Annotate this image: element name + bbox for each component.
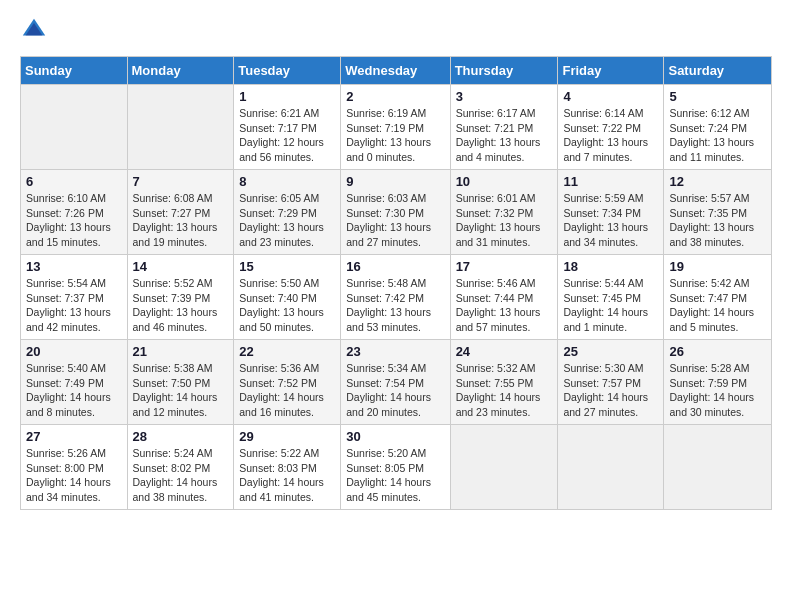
logo-icon xyxy=(20,16,48,44)
calendar-cell: 22Sunrise: 5:36 AMSunset: 7:52 PMDayligh… xyxy=(234,340,341,425)
day-info: Sunrise: 5:36 AMSunset: 7:52 PMDaylight:… xyxy=(239,361,335,420)
calendar-cell: 21Sunrise: 5:38 AMSunset: 7:50 PMDayligh… xyxy=(127,340,234,425)
calendar-cell: 10Sunrise: 6:01 AMSunset: 7:32 PMDayligh… xyxy=(450,170,558,255)
day-info: Sunrise: 5:30 AMSunset: 7:57 PMDaylight:… xyxy=(563,361,658,420)
calendar-cell: 12Sunrise: 5:57 AMSunset: 7:35 PMDayligh… xyxy=(664,170,772,255)
day-info: Sunrise: 6:05 AMSunset: 7:29 PMDaylight:… xyxy=(239,191,335,250)
day-number: 5 xyxy=(669,89,766,104)
day-info: Sunrise: 6:12 AMSunset: 7:24 PMDaylight:… xyxy=(669,106,766,165)
day-number: 16 xyxy=(346,259,444,274)
day-info: Sunrise: 5:48 AMSunset: 7:42 PMDaylight:… xyxy=(346,276,444,335)
calendar-cell: 8Sunrise: 6:05 AMSunset: 7:29 PMDaylight… xyxy=(234,170,341,255)
day-of-week-header: Saturday xyxy=(664,57,772,85)
calendar-cell: 4Sunrise: 6:14 AMSunset: 7:22 PMDaylight… xyxy=(558,85,664,170)
day-info: Sunrise: 5:42 AMSunset: 7:47 PMDaylight:… xyxy=(669,276,766,335)
day-number: 11 xyxy=(563,174,658,189)
day-info: Sunrise: 6:01 AMSunset: 7:32 PMDaylight:… xyxy=(456,191,553,250)
day-info: Sunrise: 6:14 AMSunset: 7:22 PMDaylight:… xyxy=(563,106,658,165)
day-number: 2 xyxy=(346,89,444,104)
day-of-week-header: Thursday xyxy=(450,57,558,85)
day-number: 24 xyxy=(456,344,553,359)
day-of-week-header: Wednesday xyxy=(341,57,450,85)
calendar-cell: 1Sunrise: 6:21 AMSunset: 7:17 PMDaylight… xyxy=(234,85,341,170)
day-number: 18 xyxy=(563,259,658,274)
day-number: 6 xyxy=(26,174,122,189)
calendar-cell: 7Sunrise: 6:08 AMSunset: 7:27 PMDaylight… xyxy=(127,170,234,255)
calendar-cell: 29Sunrise: 5:22 AMSunset: 8:03 PMDayligh… xyxy=(234,425,341,510)
day-of-week-header: Monday xyxy=(127,57,234,85)
calendar-cell xyxy=(450,425,558,510)
calendar-cell: 11Sunrise: 5:59 AMSunset: 7:34 PMDayligh… xyxy=(558,170,664,255)
day-number: 22 xyxy=(239,344,335,359)
day-info: Sunrise: 5:52 AMSunset: 7:39 PMDaylight:… xyxy=(133,276,229,335)
calendar-cell: 2Sunrise: 6:19 AMSunset: 7:19 PMDaylight… xyxy=(341,85,450,170)
day-info: Sunrise: 5:59 AMSunset: 7:34 PMDaylight:… xyxy=(563,191,658,250)
day-of-week-header: Tuesday xyxy=(234,57,341,85)
calendar-cell: 6Sunrise: 6:10 AMSunset: 7:26 PMDaylight… xyxy=(21,170,128,255)
day-number: 9 xyxy=(346,174,444,189)
calendar-cell: 19Sunrise: 5:42 AMSunset: 7:47 PMDayligh… xyxy=(664,255,772,340)
calendar-cell: 9Sunrise: 6:03 AMSunset: 7:30 PMDaylight… xyxy=(341,170,450,255)
day-number: 21 xyxy=(133,344,229,359)
day-number: 29 xyxy=(239,429,335,444)
day-info: Sunrise: 5:44 AMSunset: 7:45 PMDaylight:… xyxy=(563,276,658,335)
day-info: Sunrise: 6:19 AMSunset: 7:19 PMDaylight:… xyxy=(346,106,444,165)
calendar-cell: 28Sunrise: 5:24 AMSunset: 8:02 PMDayligh… xyxy=(127,425,234,510)
day-info: Sunrise: 5:50 AMSunset: 7:40 PMDaylight:… xyxy=(239,276,335,335)
calendar-cell: 24Sunrise: 5:32 AMSunset: 7:55 PMDayligh… xyxy=(450,340,558,425)
day-number: 15 xyxy=(239,259,335,274)
day-number: 30 xyxy=(346,429,444,444)
day-number: 7 xyxy=(133,174,229,189)
day-number: 23 xyxy=(346,344,444,359)
calendar-cell: 13Sunrise: 5:54 AMSunset: 7:37 PMDayligh… xyxy=(21,255,128,340)
calendar-cell xyxy=(127,85,234,170)
day-number: 28 xyxy=(133,429,229,444)
day-info: Sunrise: 5:24 AMSunset: 8:02 PMDaylight:… xyxy=(133,446,229,505)
calendar-cell: 16Sunrise: 5:48 AMSunset: 7:42 PMDayligh… xyxy=(341,255,450,340)
day-info: Sunrise: 6:21 AMSunset: 7:17 PMDaylight:… xyxy=(239,106,335,165)
day-info: Sunrise: 5:22 AMSunset: 8:03 PMDaylight:… xyxy=(239,446,335,505)
day-number: 27 xyxy=(26,429,122,444)
calendar-cell: 14Sunrise: 5:52 AMSunset: 7:39 PMDayligh… xyxy=(127,255,234,340)
calendar-table: SundayMondayTuesdayWednesdayThursdayFrid… xyxy=(20,56,772,510)
calendar-cell: 20Sunrise: 5:40 AMSunset: 7:49 PMDayligh… xyxy=(21,340,128,425)
day-number: 13 xyxy=(26,259,122,274)
calendar-cell xyxy=(558,425,664,510)
day-number: 3 xyxy=(456,89,553,104)
day-number: 10 xyxy=(456,174,553,189)
calendar-cell: 15Sunrise: 5:50 AMSunset: 7:40 PMDayligh… xyxy=(234,255,341,340)
day-number: 20 xyxy=(26,344,122,359)
day-number: 26 xyxy=(669,344,766,359)
day-of-week-header: Sunday xyxy=(21,57,128,85)
calendar-cell xyxy=(21,85,128,170)
calendar-cell: 5Sunrise: 6:12 AMSunset: 7:24 PMDaylight… xyxy=(664,85,772,170)
calendar-cell: 18Sunrise: 5:44 AMSunset: 7:45 PMDayligh… xyxy=(558,255,664,340)
day-info: Sunrise: 5:28 AMSunset: 7:59 PMDaylight:… xyxy=(669,361,766,420)
day-number: 25 xyxy=(563,344,658,359)
page-header xyxy=(20,16,772,44)
day-info: Sunrise: 5:26 AMSunset: 8:00 PMDaylight:… xyxy=(26,446,122,505)
logo xyxy=(20,16,52,44)
calendar-cell: 23Sunrise: 5:34 AMSunset: 7:54 PMDayligh… xyxy=(341,340,450,425)
day-info: Sunrise: 5:57 AMSunset: 7:35 PMDaylight:… xyxy=(669,191,766,250)
day-number: 8 xyxy=(239,174,335,189)
day-info: Sunrise: 6:03 AMSunset: 7:30 PMDaylight:… xyxy=(346,191,444,250)
day-info: Sunrise: 6:17 AMSunset: 7:21 PMDaylight:… xyxy=(456,106,553,165)
calendar-cell: 25Sunrise: 5:30 AMSunset: 7:57 PMDayligh… xyxy=(558,340,664,425)
day-info: Sunrise: 5:34 AMSunset: 7:54 PMDaylight:… xyxy=(346,361,444,420)
day-number: 14 xyxy=(133,259,229,274)
calendar-cell: 3Sunrise: 6:17 AMSunset: 7:21 PMDaylight… xyxy=(450,85,558,170)
day-number: 19 xyxy=(669,259,766,274)
calendar-cell: 26Sunrise: 5:28 AMSunset: 7:59 PMDayligh… xyxy=(664,340,772,425)
day-info: Sunrise: 5:40 AMSunset: 7:49 PMDaylight:… xyxy=(26,361,122,420)
day-number: 1 xyxy=(239,89,335,104)
calendar-cell: 30Sunrise: 5:20 AMSunset: 8:05 PMDayligh… xyxy=(341,425,450,510)
day-info: Sunrise: 5:20 AMSunset: 8:05 PMDaylight:… xyxy=(346,446,444,505)
day-info: Sunrise: 5:38 AMSunset: 7:50 PMDaylight:… xyxy=(133,361,229,420)
calendar-cell xyxy=(664,425,772,510)
day-info: Sunrise: 6:08 AMSunset: 7:27 PMDaylight:… xyxy=(133,191,229,250)
day-info: Sunrise: 5:54 AMSunset: 7:37 PMDaylight:… xyxy=(26,276,122,335)
calendar-cell: 27Sunrise: 5:26 AMSunset: 8:00 PMDayligh… xyxy=(21,425,128,510)
day-number: 17 xyxy=(456,259,553,274)
day-info: Sunrise: 5:46 AMSunset: 7:44 PMDaylight:… xyxy=(456,276,553,335)
